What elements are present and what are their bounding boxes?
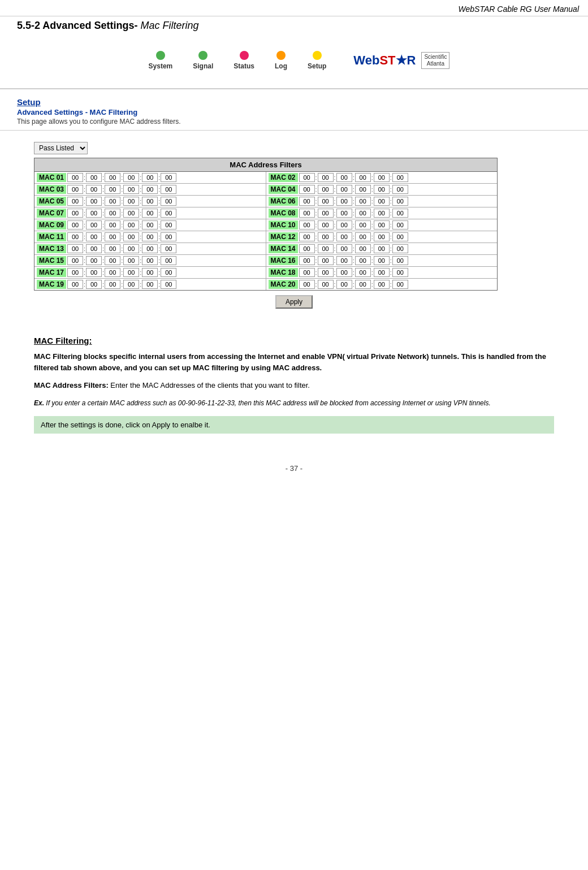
mac-octet-input[interactable]: [161, 220, 176, 230]
mac-octet-input[interactable]: [336, 173, 352, 182]
tab-setup[interactable]: Setup: [308, 51, 326, 70]
mac-octet-input[interactable]: [67, 232, 83, 241]
mac-octet-input[interactable]: [86, 185, 102, 194]
mac-octet-input[interactable]: [123, 197, 139, 206]
mac-octet-input[interactable]: [105, 209, 120, 218]
mac-octet-input[interactable]: [336, 268, 352, 277]
mac-octet-input[interactable]: [142, 185, 158, 194]
mac-octet-input[interactable]: [161, 185, 176, 194]
mac-octet-input[interactable]: [355, 220, 371, 230]
mac-octet-input[interactable]: [299, 197, 315, 206]
mac-octet-input[interactable]: [67, 280, 83, 289]
apply-button[interactable]: Apply: [275, 295, 313, 309]
mac-octet-input[interactable]: [105, 232, 120, 241]
mac-octet-input[interactable]: [161, 280, 176, 289]
mac-octet-input[interactable]: [123, 256, 139, 265]
mac-octet-input[interactable]: [299, 280, 315, 289]
tab-log[interactable]: Log: [275, 51, 287, 70]
mac-octet-input[interactable]: [336, 244, 352, 253]
mac-octet-input[interactable]: [142, 197, 158, 206]
mac-octet-input[interactable]: [67, 185, 83, 194]
mac-octet-input[interactable]: [123, 232, 139, 241]
mac-octet-input[interactable]: [67, 173, 83, 182]
mac-octet-input[interactable]: [142, 209, 158, 218]
mac-octet-input[interactable]: [142, 268, 158, 277]
tab-status[interactable]: Status: [234, 51, 254, 70]
mac-octet-input[interactable]: [392, 268, 408, 277]
mac-octet-input[interactable]: [355, 244, 371, 253]
mac-octet-input[interactable]: [299, 244, 315, 253]
mac-octet-input[interactable]: [392, 173, 408, 182]
mac-octet-input[interactable]: [374, 185, 390, 194]
mac-octet-input[interactable]: [161, 209, 176, 218]
mac-octet-input[interactable]: [318, 244, 334, 253]
mac-octet-input[interactable]: [142, 244, 158, 253]
mac-octet-input[interactable]: [86, 268, 102, 277]
mac-octet-input[interactable]: [355, 256, 371, 265]
mac-octet-input[interactable]: [318, 256, 334, 265]
mac-octet-input[interactable]: [67, 209, 83, 218]
mac-octet-input[interactable]: [86, 244, 102, 253]
mac-octet-input[interactable]: [161, 173, 176, 182]
mac-octet-input[interactable]: [374, 232, 390, 241]
mac-octet-input[interactable]: [374, 280, 390, 289]
mac-octet-input[interactable]: [392, 244, 408, 253]
mac-octet-input[interactable]: [355, 185, 371, 194]
mac-octet-input[interactable]: [123, 220, 139, 230]
mac-octet-input[interactable]: [161, 256, 176, 265]
mac-octet-input[interactable]: [318, 280, 334, 289]
mac-octet-input[interactable]: [336, 256, 352, 265]
mac-octet-input[interactable]: [392, 256, 408, 265]
mac-octet-input[interactable]: [123, 185, 139, 194]
mac-octet-input[interactable]: [299, 220, 315, 230]
mac-octet-input[interactable]: [336, 280, 352, 289]
mac-octet-input[interactable]: [67, 220, 83, 230]
mac-octet-input[interactable]: [299, 232, 315, 241]
mac-octet-input[interactable]: [142, 280, 158, 289]
mac-octet-input[interactable]: [336, 185, 352, 194]
mac-octet-input[interactable]: [355, 232, 371, 241]
mac-octet-input[interactable]: [355, 173, 371, 182]
mac-octet-input[interactable]: [105, 185, 120, 194]
mac-octet-input[interactable]: [86, 232, 102, 241]
tab-signal[interactable]: Signal: [193, 51, 213, 70]
mac-octet-input[interactable]: [299, 185, 315, 194]
mac-octet-input[interactable]: [123, 209, 139, 218]
mac-octet-input[interactable]: [105, 220, 120, 230]
mac-octet-input[interactable]: [355, 280, 371, 289]
mac-octet-input[interactable]: [105, 244, 120, 253]
mac-octet-input[interactable]: [392, 197, 408, 206]
filter-mode-select[interactable]: Pass Listed Block Listed Disabled: [34, 142, 88, 154]
mac-octet-input[interactable]: [318, 268, 334, 277]
mac-octet-input[interactable]: [67, 268, 83, 277]
mac-octet-input[interactable]: [299, 173, 315, 182]
mac-octet-input[interactable]: [392, 220, 408, 230]
mac-octet-input[interactable]: [161, 197, 176, 206]
mac-octet-input[interactable]: [142, 256, 158, 265]
mac-octet-input[interactable]: [105, 256, 120, 265]
mac-octet-input[interactable]: [336, 197, 352, 206]
mac-octet-input[interactable]: [355, 268, 371, 277]
mac-octet-input[interactable]: [123, 268, 139, 277]
mac-octet-input[interactable]: [161, 244, 176, 253]
mac-octet-input[interactable]: [86, 256, 102, 265]
mac-octet-input[interactable]: [374, 173, 390, 182]
mac-octet-input[interactable]: [105, 280, 120, 289]
mac-octet-input[interactable]: [67, 256, 83, 265]
mac-octet-input[interactable]: [374, 209, 390, 218]
mac-octet-input[interactable]: [392, 280, 408, 289]
tab-system[interactable]: System: [149, 51, 173, 70]
mac-octet-input[interactable]: [161, 268, 176, 277]
mac-octet-input[interactable]: [299, 209, 315, 218]
mac-octet-input[interactable]: [318, 197, 334, 206]
mac-octet-input[interactable]: [318, 209, 334, 218]
mac-octet-input[interactable]: [86, 197, 102, 206]
mac-octet-input[interactable]: [123, 280, 139, 289]
mac-octet-input[interactable]: [318, 232, 334, 241]
mac-octet-input[interactable]: [86, 280, 102, 289]
mac-octet-input[interactable]: [161, 232, 176, 241]
mac-octet-input[interactable]: [318, 173, 334, 182]
mac-octet-input[interactable]: [142, 232, 158, 241]
mac-octet-input[interactable]: [336, 232, 352, 241]
mac-octet-input[interactable]: [105, 197, 120, 206]
